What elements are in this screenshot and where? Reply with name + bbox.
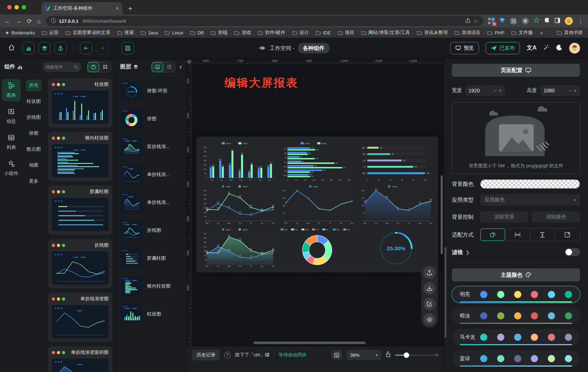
notes-panel-button[interactable]: [331, 350, 342, 360]
undo-button[interactable]: [80, 42, 92, 54]
bookmark-item[interactable]: 文件服务器: [511, 29, 533, 36]
fit-scale-button[interactable]: [480, 229, 505, 241]
back-button[interactable]: ←: [4, 18, 10, 24]
component-search[interactable]: [42, 62, 81, 72]
canvas-text-title[interactable]: 编辑大屏报表: [224, 75, 298, 91]
bookmarks-root[interactable]: ★ Bookmarks: [5, 30, 35, 35]
publish-button[interactable]: 已发布: [486, 42, 520, 54]
category-item[interactable]: 地图: [26, 159, 42, 171]
profile-avatar[interactable]: [565, 17, 573, 25]
bookmark-item[interactable]: 运营: [42, 29, 59, 36]
import-button[interactable]: [423, 282, 436, 294]
bookmark-item[interactable]: 游戏: [234, 29, 251, 36]
share-icon[interactable]: [465, 18, 470, 24]
layer-item[interactable]: 25.00%饼图-环形: [120, 81, 182, 101]
clear-color-button[interactable]: 清除颜色: [532, 211, 580, 223]
bookmark-item[interactable]: PHP: [487, 30, 504, 35]
bookmark-item[interactable]: IDE: [316, 30, 331, 35]
collapse-panel-button[interactable]: ‹: [180, 63, 182, 71]
canvas-vertical-scrollbar[interactable]: [441, 175, 443, 254]
page-config-header[interactable]: 页面配置: [452, 64, 580, 77]
component-card[interactable]: 胶囊柱图: [48, 185, 112, 235]
extension-gem-icon[interactable]: [499, 17, 505, 25]
category-item[interactable]: 更多: [26, 175, 42, 187]
user-avatar[interactable]: [569, 43, 580, 54]
extension-grid-icon[interactable]: 9: [488, 18, 495, 24]
project-name[interactable]: 各种组件: [298, 43, 330, 53]
bookmark-item[interactable]: 其他语言: [454, 29, 480, 36]
home-button[interactable]: ⌂: [37, 18, 41, 24]
bookmark-star-icon[interactable]: ☆: [473, 18, 478, 24]
settings-gear-button[interactable]: [423, 313, 436, 326]
bookmark-item[interactable]: 资讯未整理: [417, 29, 448, 36]
theme-row-蓝绿[interactable]: 蓝绿: [452, 350, 580, 367]
height-input[interactable]: 1080 − +: [540, 85, 580, 96]
chart-tool-button[interactable]: [22, 42, 35, 54]
increase-width-button[interactable]: +: [499, 88, 502, 93]
canvas-chart-hbar[interactable]: data1data2120200150807011013013013031226…: [278, 140, 356, 183]
theme-color-header[interactable]: 主题颜色: [452, 268, 580, 281]
bookmark-item[interactable]: Linux: [165, 30, 183, 35]
puzzle-icon[interactable]: [544, 17, 550, 25]
canvas-chart-bar[interactable]: data1data2050100150200250300350120200150…: [199, 140, 277, 183]
category-item[interactable]: 柱状图: [24, 96, 44, 107]
slider-handle[interactable]: [404, 352, 409, 358]
fit-height-button[interactable]: [530, 229, 555, 241]
layer-item[interactable]: 折线图: [120, 221, 182, 240]
app-home-button[interactable]: [8, 44, 15, 53]
category-item[interactable]: 饼图: [26, 128, 42, 139]
history-button[interactable]: 历史记录: [192, 350, 220, 360]
canvas-chart-line2[interactable]: data1data2050100150200250300350120200150…: [199, 183, 277, 226]
increase-height-button[interactable]: +: [574, 88, 577, 93]
lock-icon[interactable]: [386, 351, 391, 359]
bookmark-item[interactable]: 网站/博客/文章/工具: [361, 29, 410, 36]
maximize-window-button[interactable]: [22, 5, 26, 9]
canvas-chart-capsule[interactable]: 厦门20南阳40北京60上海80新疆100020406080100: [357, 140, 435, 183]
fit-stretch-button[interactable]: [555, 229, 580, 241]
layer-list-view-button[interactable]: [163, 62, 175, 72]
theme-row-马卡龙[interactable]: 马卡龙: [452, 329, 580, 346]
site-info-icon[interactable]: ⓘ: [51, 18, 56, 24]
component-card[interactable]: 柱状图: [48, 78, 112, 128]
magic-wand-icon[interactable]: [543, 44, 550, 52]
canvas-chart-line2area[interactable]: data1data2050100150200250300350120200150…: [199, 226, 277, 269]
sidebar-item-table[interactable]: 列表: [2, 131, 21, 154]
layer-item[interactable]: 单折线渐...: [120, 193, 182, 212]
bookmark-item[interactable]: 软件/硬件: [258, 29, 285, 36]
save-button[interactable]: [122, 42, 134, 54]
canvas-chart-line1area[interactable]: data10501001502001202001508070110130MonT…: [357, 183, 435, 226]
dark-mode-moon-icon[interactable]: [556, 44, 563, 52]
extension-dot-icon[interactable]: [522, 17, 529, 25]
canvas-chart-line1[interactable]: data1050100150200MonTueWedThuFriSatSun: [278, 183, 356, 226]
zoom-select[interactable]: 36%▾: [346, 350, 381, 360]
close-tab-icon[interactable]: ×: [116, 5, 119, 11]
side-panel-icon[interactable]: [555, 18, 560, 25]
width-input[interactable]: 1920 − +: [465, 85, 505, 96]
theme-row-明亮[interactable]: 明亮: [452, 286, 580, 303]
layers-tool-button[interactable]: [38, 42, 51, 54]
chevron-right-icon[interactable]: ❯: [466, 250, 470, 255]
sidebar-item-chart[interactable]: 图表: [2, 79, 21, 101]
filter-tool-button[interactable]: [54, 42, 67, 54]
other-bookmarks[interactable]: 其他书签: [557, 29, 583, 36]
reload-button[interactable]: ⟳: [27, 18, 32, 24]
preview-button[interactable]: 预览: [450, 42, 479, 54]
bg-color-swatch[interactable]: [480, 179, 580, 189]
canvas-chart-ring[interactable]: 25.00%: [357, 226, 435, 269]
fit-width-button[interactable]: [505, 229, 530, 241]
bookmark-item[interactable]: DB: [190, 30, 204, 35]
layer-item[interactable]: 单折线渐...: [120, 165, 182, 184]
decrease-width-button[interactable]: −: [494, 88, 496, 93]
extension-command-icon[interactable]: [510, 17, 517, 25]
clear-background-button[interactable]: 清除背景: [480, 211, 528, 223]
category-item[interactable]: 折线图: [24, 112, 44, 123]
bookmark-item[interactable]: 前端: [211, 29, 227, 36]
app-type-select[interactable]: 应用颜色 ▾: [480, 194, 580, 206]
bookmark-item[interactable]: Java: [141, 30, 158, 35]
minimize-window-button[interactable]: [14, 5, 19, 9]
export-button[interactable]: [423, 267, 436, 279]
canvas-horizontal-scrollbar[interactable]: [253, 342, 366, 344]
layer-item[interactable]: 柱状图: [120, 304, 182, 324]
grid-view-button[interactable]: [99, 62, 111, 72]
layer-item[interactable]: 胶囊柱图: [120, 248, 182, 268]
